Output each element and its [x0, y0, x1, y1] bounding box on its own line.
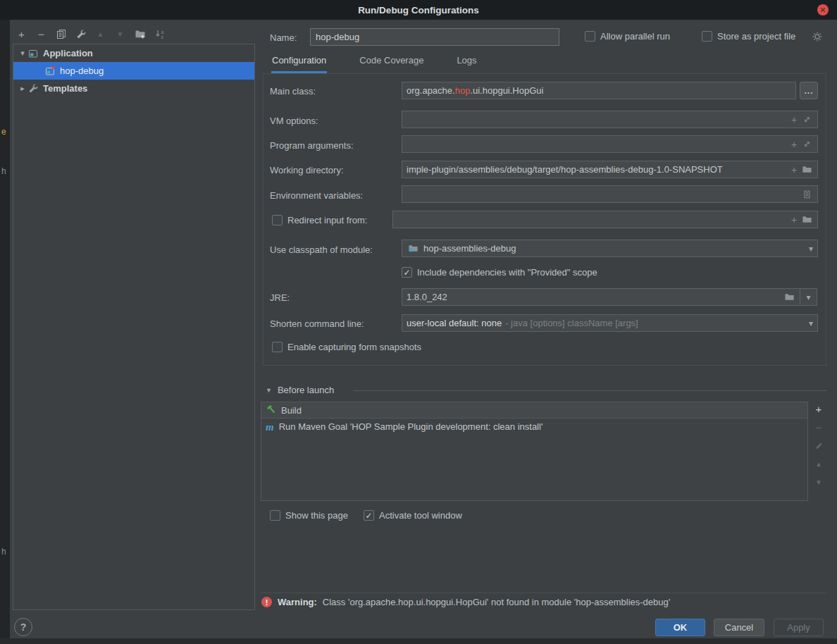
configurations-toolbar: + − ▲ ▼ a z — [16, 25, 248, 42]
browse-folder-icon[interactable] — [783, 291, 795, 304]
program-arguments-field[interactable]: + — [402, 135, 818, 153]
show-this-page-checkbox[interactable]: Show this page — [270, 510, 348, 521]
add-icon[interactable]: + — [788, 163, 800, 176]
allow-parallel-run-checkbox[interactable]: Allow parallel run — [585, 31, 670, 42]
remove-configuration-icon[interactable]: − — [35, 28, 47, 40]
move-down-icon[interactable]: ▼ — [114, 28, 126, 40]
before-launch-toolbar: + − ▲ ▼ — [810, 403, 827, 488]
store-as-project-file-checkbox[interactable]: Store as project file — [702, 31, 795, 42]
main-class-field[interactable]: org.apache.hop.ui.hopgui.HopGui — [402, 82, 796, 99]
chevron-right-icon[interactable]: ▸ — [18, 84, 27, 93]
before-launch-item-maven[interactable]: m Run Maven Goal 'HOP Sample Plugin deve… — [261, 419, 807, 435]
redirect-input-checkbox[interactable]: Redirect input from: — [272, 215, 367, 225]
chevron-down-icon: ▾ — [806, 292, 810, 302]
environment-variables-field[interactable] — [402, 185, 818, 203]
working-directory-field[interactable]: imple-plugin/assemblies/debug/target/hop… — [402, 161, 818, 178]
add-configuration-icon[interactable]: + — [16, 28, 27, 40]
application-error-icon — [44, 66, 56, 77]
add-task-icon[interactable]: + — [812, 403, 825, 414]
new-folder-icon[interactable] — [134, 28, 146, 40]
application-icon — [27, 48, 39, 59]
help-button[interactable]: ? — [14, 618, 32, 636]
redirect-input-label: Redirect input from: — [287, 215, 367, 225]
provided-scope-label: Include dependencies with "Provided" sco… — [417, 267, 597, 278]
before-launch-divider — [354, 390, 826, 391]
shorten-command-line-label: Shorten command line: — [270, 318, 364, 329]
checkbox-unchecked-icon[interactable] — [272, 215, 283, 225]
remove-task-icon[interactable]: − — [812, 421, 825, 433]
redirect-input-field[interactable]: + — [392, 211, 818, 228]
store-as-project-file-label: Store as project file — [717, 31, 795, 42]
name-input[interactable]: hop-debug — [310, 28, 559, 46]
chevron-down-icon[interactable]: ▾ — [18, 49, 27, 58]
add-icon[interactable]: + — [788, 138, 800, 151]
checkbox-unchecked-icon[interactable] — [702, 31, 712, 42]
shorten-command-line-hint: - java [options] className [args] — [505, 318, 638, 328]
svg-text:z: z — [161, 35, 163, 39]
classpath-module-combobox[interactable]: hop-assemblies-debug ▾ — [402, 240, 818, 257]
provided-scope-checkbox[interactable]: ✓ Include dependencies with "Provided" s… — [402, 267, 597, 278]
classpath-module-label: Use classpath of module: — [270, 244, 373, 255]
browse-folder-icon[interactable] — [800, 163, 813, 176]
module-icon — [407, 242, 419, 255]
maven-icon: m — [266, 422, 274, 432]
ok-button[interactable]: OK — [655, 619, 705, 636]
checkbox-checked-icon[interactable]: ✓ — [402, 267, 412, 278]
edit-templates-icon[interactable] — [75, 28, 87, 40]
cancel-button[interactable]: Cancel — [714, 619, 764, 636]
checkbox-unchecked-icon[interactable] — [585, 31, 595, 42]
collapse-triangle-icon[interactable]: ▼ — [266, 387, 272, 394]
svg-text:a: a — [161, 30, 163, 35]
checkbox-unchecked-icon[interactable] — [272, 342, 283, 352]
form-snapshots-checkbox[interactable]: Enable capturing form snapshots — [272, 342, 421, 352]
tree-group-templates[interactable]: ▸ Templates — [13, 80, 254, 97]
tab-configuration[interactable]: Configuration — [272, 55, 326, 73]
tree-group-application[interactable]: ▾ Application — [13, 44, 254, 62]
chevron-down-icon[interactable]: ▾ — [809, 244, 813, 254]
sort-configurations-icon[interactable]: a z — [154, 28, 166, 40]
main-class-value-prefix: org.apache. — [407, 85, 455, 96]
shorten-command-line-value: user-local default: none — [407, 318, 502, 328]
vm-options-field[interactable]: + — [402, 111, 818, 128]
configuration-tabs: Configuration Code Coverage Logs — [272, 55, 477, 73]
jre-dropdown-button[interactable]: ▾ — [800, 288, 817, 306]
activate-tool-window-checkbox[interactable]: ✓ Activate tool window — [364, 510, 462, 521]
checkbox-unchecked-icon[interactable] — [270, 510, 280, 521]
close-icon[interactable] — [817, 4, 829, 16]
move-task-down-icon[interactable]: ▼ — [812, 476, 825, 488]
tree-item-hop-debug[interactable]: hop-debug — [13, 62, 254, 80]
copy-configuration-icon[interactable] — [55, 28, 67, 40]
add-icon[interactable]: + — [788, 113, 800, 126]
expand-field-icon[interactable] — [800, 113, 813, 126]
shorten-command-line-combobox[interactable]: user-local default: none - java [options… — [402, 314, 818, 332]
add-icon[interactable]: + — [788, 213, 800, 226]
activate-tool-window-label: Activate tool window — [379, 510, 462, 521]
program-arguments-label: Program arguments: — [270, 140, 354, 151]
environment-variables-label: Environment variables: — [270, 190, 363, 201]
wrench-icon — [27, 83, 39, 94]
main-class-value-error: hop — [455, 85, 471, 96]
background-text-fragment: h — [1, 547, 6, 557]
gear-icon[interactable] — [812, 31, 823, 44]
before-launch-title: Before launch — [278, 385, 334, 395]
browse-folder-icon[interactable] — [800, 213, 813, 226]
tab-logs[interactable]: Logs — [457, 55, 476, 73]
tab-code-coverage[interactable]: Code Coverage — [359, 55, 423, 73]
before-launch-item-build[interactable]: Build — [261, 402, 807, 419]
browse-variables-icon[interactable] — [800, 188, 813, 201]
main-class-browse-button[interactable]: ... — [800, 82, 818, 99]
allow-parallel-run-label: Allow parallel run — [600, 31, 670, 42]
background-text-fragment: h — [1, 166, 6, 176]
chevron-down-icon[interactable]: ▾ — [809, 318, 813, 328]
expand-field-icon[interactable] — [800, 138, 813, 151]
before-launch-item-label: Build — [281, 405, 302, 416]
jre-combobox[interactable]: 1.8.0_242 — [402, 288, 800, 306]
warning-icon: ! — [261, 597, 272, 607]
move-task-up-icon[interactable]: ▲ — [812, 458, 825, 469]
edit-task-icon[interactable] — [812, 440, 825, 451]
before-launch-header: ▼ Before launch — [266, 385, 334, 395]
checkbox-checked-icon[interactable]: ✓ — [364, 510, 374, 521]
dialog-bottom-edge — [0, 638, 837, 644]
build-hammer-icon — [266, 404, 276, 416]
move-up-icon[interactable]: ▲ — [94, 28, 106, 40]
